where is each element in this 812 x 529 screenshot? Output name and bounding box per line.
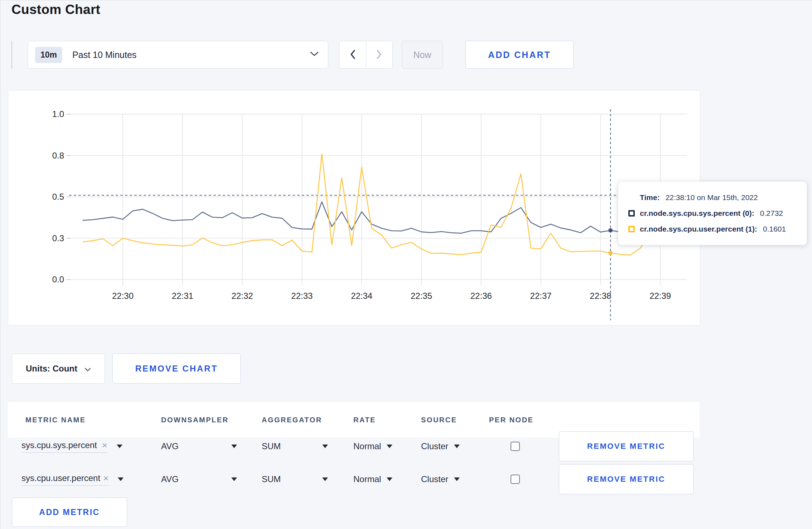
per-node-checkbox[interactable] xyxy=(511,475,520,484)
dropdown-arrow-icon xyxy=(231,477,237,481)
hover-point-sys xyxy=(608,228,613,233)
downsampler-select[interactable]: AVG xyxy=(161,431,237,461)
hover-point-user xyxy=(608,251,613,255)
tooltip-series-value: 0.1601 xyxy=(763,225,786,233)
clear-metric-icon[interactable]: × xyxy=(102,441,107,450)
add-chart-button[interactable]: ADD CHART xyxy=(465,41,574,69)
aggregator-select[interactable]: SUM xyxy=(262,464,328,494)
source-select[interactable]: Cluster xyxy=(421,431,460,461)
add-metric-button[interactable]: ADD METRIC xyxy=(12,498,127,527)
time-range-badge: 10m xyxy=(35,47,62,63)
series-swatch-sys xyxy=(628,210,635,217)
source-select[interactable]: Cluster xyxy=(421,464,460,494)
chevron-down-icon xyxy=(310,52,319,58)
series-swatch-user xyxy=(628,226,635,232)
x-axis-tick-label: 22:32 xyxy=(232,291,253,301)
time-range-label: Past 10 Minutes xyxy=(72,50,136,60)
y-axis-tick-label: 0.8 xyxy=(52,151,64,160)
next-time-button[interactable] xyxy=(366,41,393,68)
dropdown-arrow-icon xyxy=(387,477,392,481)
dropdown-arrow-icon xyxy=(118,477,124,481)
remove-metric-button[interactable]: REMOVE METRIC xyxy=(559,431,693,461)
dropdown-arrow-icon xyxy=(231,445,237,448)
chart-tooltip: Time: 22:38:10 on Mar 15th, 2022 cr.node… xyxy=(618,181,807,245)
page-title: Custom Chart xyxy=(11,2,100,17)
tooltip-series-row: cr.node.sys.cpu.user.percent (1): 0.1601 xyxy=(628,225,807,233)
tooltip-time-row: Time: 22:38:10 on Mar 15th, 2022 xyxy=(640,193,807,202)
x-axis-tick-label: 22:39 xyxy=(649,291,671,301)
units-select[interactable]: Units: Count xyxy=(12,354,105,384)
prev-time-button[interactable] xyxy=(339,41,366,68)
x-axis-tick-label: 22:30 xyxy=(112,291,134,301)
chevron-left-icon xyxy=(349,49,356,61)
chevron-right-icon xyxy=(376,49,383,61)
x-axis-tick-label: 22:37 xyxy=(530,291,552,301)
downsampler-select[interactable]: AVG xyxy=(161,464,237,494)
dropdown-arrow-icon xyxy=(117,445,122,448)
chart-plot-area[interactable]: 0.00.30.50.81.022:3022:3122:3222:3322:34… xyxy=(8,91,699,324)
metric-name-select[interactable]: sys.cpu.sys.percent × xyxy=(21,440,107,453)
custom-chart-page: Custom Chart 10m Past 10 Minutes Now ADD… xyxy=(0,0,812,529)
series-line-sys xyxy=(83,202,680,233)
time-pager xyxy=(339,41,393,69)
dropdown-arrow-icon xyxy=(322,477,328,481)
x-axis-tick-label: 22:38 xyxy=(590,291,611,301)
toolbar-divider xyxy=(11,41,12,69)
rate-select[interactable]: Normal xyxy=(353,464,392,494)
series-line-user xyxy=(83,154,680,255)
metric-name-select[interactable]: sys.cpu.user.percent × xyxy=(21,473,108,486)
tooltip-time-value: 22:38:10 on Mar 15th, 2022 xyxy=(666,193,758,202)
x-axis-tick-label: 22:35 xyxy=(411,291,432,301)
dropdown-arrow-icon xyxy=(387,445,392,448)
rate-select[interactable]: Normal xyxy=(353,431,392,461)
y-axis-tick-label: 0.5 xyxy=(52,192,64,202)
now-button[interactable]: Now xyxy=(402,41,443,69)
chevron-down-icon xyxy=(84,364,91,374)
tooltip-series-value: 0.2732 xyxy=(760,209,783,218)
dropdown-arrow-icon xyxy=(454,477,460,481)
x-axis-tick-label: 22:33 xyxy=(291,291,313,301)
x-axis-tick-label: 22:31 xyxy=(172,291,193,301)
chart-card: 0.00.30.50.81.022:3022:3122:3222:3322:34… xyxy=(8,90,700,325)
tooltip-series-row: cr.node.sys.cpu.sys.percent (0): 0.2732 xyxy=(628,209,807,218)
aggregator-select[interactable]: SUM xyxy=(262,431,328,461)
metric-row: sys.cpu.sys.percent × AVG SUM Normal Clu… xyxy=(1,431,812,461)
x-axis-tick-label: 22:36 xyxy=(470,291,492,301)
dropdown-arrow-icon xyxy=(322,445,328,448)
time-range-select[interactable]: 10m Past 10 Minutes xyxy=(28,41,328,69)
clear-metric-icon[interactable]: × xyxy=(103,474,108,483)
remove-metric-button[interactable]: REMOVE METRIC xyxy=(559,464,693,494)
remove-chart-button[interactable]: REMOVE CHART xyxy=(112,354,241,384)
dropdown-arrow-icon xyxy=(454,445,460,448)
metric-row: sys.cpu.user.percent × AVG SUM Normal Cl… xyxy=(1,464,812,494)
y-axis-tick-label: 0.3 xyxy=(52,233,64,243)
x-axis-tick-label: 22:34 xyxy=(351,291,372,301)
y-axis-tick-label: 1.0 xyxy=(52,109,64,119)
y-axis-tick-label: 0.0 xyxy=(52,275,64,284)
per-node-checkbox[interactable] xyxy=(511,442,520,451)
